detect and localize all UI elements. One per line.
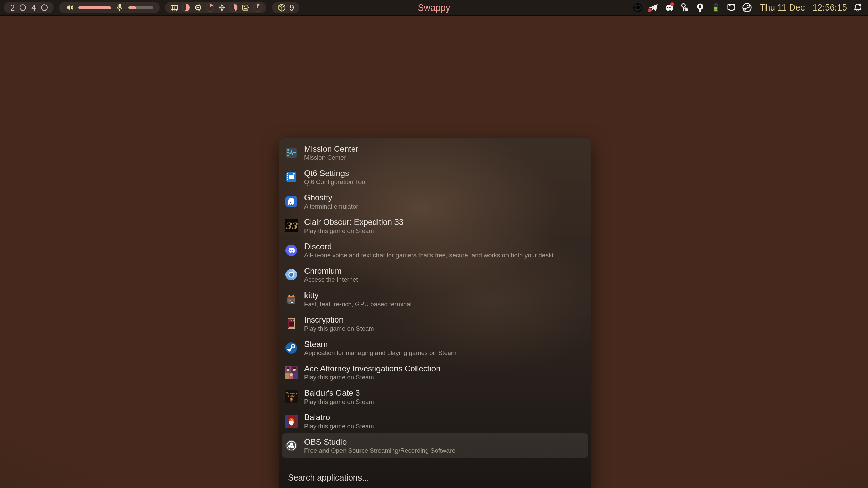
app-description: Qt6 Configuration Tool [304, 178, 367, 186]
key-lock-icon[interactable] [680, 3, 689, 13]
keyhole-icon[interactable] [695, 3, 705, 13]
microphone-icon [115, 3, 124, 12]
bar-left-modules: 24 9 [0, 2, 299, 13]
svg-text:>_: >_ [289, 200, 293, 204]
workspace-empty[interactable] [41, 4, 48, 11]
memory-icon [170, 3, 179, 12]
app-title: Clair Obscur: Expedition 33 [304, 217, 403, 227]
top-bar: 24 9 Swappy [0, 0, 868, 16]
app-row-mission-center[interactable]: Mission Center Mission Center [282, 140, 588, 165]
qt6-settings-icon [285, 171, 298, 183]
battery-icon[interactable] [711, 3, 721, 13]
baldurs-gate-3-icon: Baldur'sGate [285, 390, 298, 403]
app-row-baldurs-gate-3[interactable]: Baldur'sGate Baldur's Gate 3 Play this g… [282, 385, 588, 409]
app-row-ghostty[interactable]: >_ Ghostty A terminal emulator [282, 189, 588, 214]
desktop: 24 9 Swappy [0, 0, 868, 488]
app-row-obs-studio[interactable]: OBS Studio Free and Open Source Streamin… [282, 433, 588, 458]
app-description: Fast, feature-rich, GPU based terminal [304, 300, 412, 308]
workspaces[interactable]: 24 [4, 2, 54, 13]
balatro-icon [285, 415, 298, 428]
steelseries-icon[interactable] [633, 3, 643, 13]
ethernet-icon[interactable] [726, 3, 736, 13]
app-title: kitty [304, 290, 412, 300]
ace-attorney-icon [285, 366, 298, 379]
telegram-icon[interactable] [648, 3, 658, 13]
search-input[interactable]: Search applications... [288, 473, 369, 483]
app-row-inscryption[interactable]: Inscryption Play this game on Steam [282, 311, 588, 336]
app-description: Play this game on Steam [304, 325, 374, 332]
volume-slider[interactable] [78, 6, 111, 9]
steam-tray-icon[interactable] [742, 3, 752, 13]
mic-slider[interactable] [128, 6, 153, 9]
cpu-icon [193, 3, 203, 12]
app-title: Ace Attorney Investigations Collection [304, 364, 441, 373]
kitty-icon: >_ [285, 293, 298, 306]
mic-slider-fill [128, 6, 136, 9]
app-row-ace-attorney[interactable]: Ace Attorney Investigations Collection P… [282, 360, 588, 385]
app-description: All-in-one voice and text chat for gamer… [304, 251, 557, 259]
app-title: Chromium [304, 266, 358, 276]
app-description: Play this game on Steam [304, 227, 403, 235]
speaker-icon [65, 3, 74, 12]
app-description: Play this game on Steam [304, 398, 374, 406]
cpu-usage-pie [206, 3, 214, 12]
app-row-qt6-settings[interactable]: Qt6 Settings Qt6 Configuration Tool [282, 165, 588, 189]
clair-obscur-icon: 33 [285, 219, 298, 232]
svg-text:33: 33 [285, 221, 298, 231]
gpu-icon [217, 3, 226, 12]
bar-right-modules: Thu 11 Dec - 12:56:15 [633, 2, 868, 13]
app-row-chromium[interactable]: Chromium Access the Internet [282, 262, 588, 287]
app-title: Qt6 Settings [304, 168, 367, 178]
updates-count: 9 [290, 3, 294, 13]
package-icon [277, 3, 287, 12]
app-title: Baldur's Gate 3 [304, 388, 374, 398]
chromium-icon [285, 268, 298, 281]
app-row-clair-obscur[interactable]: 33 Clair Obscur: Expedition 33 Play this… [282, 214, 588, 238]
updates-module[interactable]: 9 [272, 2, 299, 13]
focused-window-title: Swappy [418, 3, 450, 13]
workspace-2[interactable]: 2 [10, 2, 15, 13]
app-title: Discord [304, 241, 557, 251]
volume-slider-fill [78, 6, 111, 9]
workspace-empty[interactable] [20, 4, 26, 11]
steam-icon [285, 341, 298, 354]
app-list: Mission Center Mission Center Qt6 Settin… [279, 138, 591, 458]
discord-icon [285, 244, 298, 257]
app-launcher: Mission Center Mission Center Qt6 Settin… [279, 138, 591, 488]
workspace-4[interactable]: 4 [31, 2, 36, 13]
app-row-discord[interactable]: Discord All-in-one voice and text chat f… [282, 238, 588, 262]
bell-icon[interactable] [853, 3, 863, 13]
disk-usage-pie [253, 3, 262, 12]
obs-studio-icon [285, 439, 298, 452]
app-description: Access the Internet [304, 276, 358, 284]
bar-center: Swappy [418, 0, 450, 16]
app-title: Steam [304, 339, 456, 349]
gpu-usage-pie [229, 3, 238, 12]
memory-usage-pie [182, 3, 190, 12]
disk-icon [241, 3, 250, 12]
app-row-balatro[interactable]: Balatro Play this game on Steam [282, 409, 588, 433]
app-description: Free and Open Source Streaming/Recording… [304, 447, 455, 454]
app-title: Inscryption [304, 315, 374, 325]
app-description: Play this game on Steam [304, 373, 441, 381]
svg-text:Gate: Gate [288, 394, 295, 398]
clock[interactable]: Thu 11 Dec - 12:56:15 [760, 2, 847, 13]
app-title: Ghostty [304, 193, 358, 202]
app-description: Application for managing and playing gam… [304, 349, 456, 357]
mission-center-icon [285, 146, 298, 159]
ghostty-icon: >_ [285, 195, 298, 208]
discord-tray-icon[interactable] [664, 3, 674, 13]
svg-text:>_: >_ [289, 299, 294, 303]
app-title: Balatro [304, 412, 374, 422]
inscryption-icon [285, 317, 298, 330]
app-description: Mission Center [304, 154, 358, 161]
app-row-steam[interactable]: Steam Application for managing and playi… [282, 336, 588, 360]
audio-module[interactable] [59, 2, 160, 13]
app-description: Play this game on Steam [304, 422, 374, 430]
monitor-module[interactable] [165, 2, 266, 13]
app-title: Mission Center [304, 144, 358, 154]
app-title: OBS Studio [304, 437, 455, 447]
app-row-kitty[interactable]: >_ kitty Fast, feature-rich, GPU based t… [282, 287, 588, 311]
app-description: A terminal emulator [304, 202, 358, 210]
